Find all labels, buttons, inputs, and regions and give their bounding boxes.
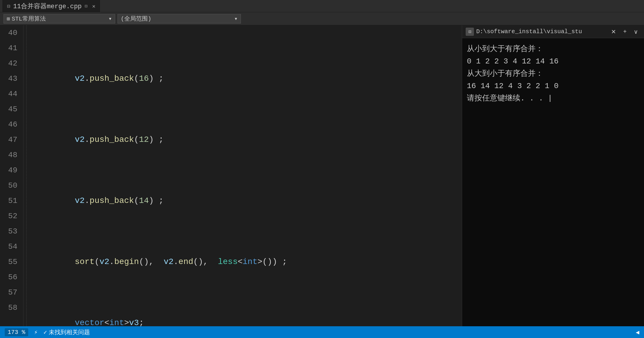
main-area: 40 41 42 43 44 45 46 47 48 49 50 51 52 5… [0,25,644,326]
tab-pin-icon: ⊟ [85,3,88,9]
algorithm-label: STL常用算法 [12,15,46,23]
zoom-value: 173 % [8,329,25,336]
file-icon: ⊟ [7,3,10,9]
algorithm-icon: ⊞ [7,16,10,22]
code-content[interactable]: v2.push_back(16) ; v2.push_back(12) ; v2… [29,25,462,326]
scope-dropdown[interactable]: (全局范围) ▾ [118,14,241,23]
toolbar: ⊞ STL常用算法 ▾ (全局范围) ▾ [0,12,644,25]
terminal-line-2: 0 1 2 2 3 4 12 14 16 [467,55,639,68]
terminal-title-bar: ⊡ D:\software_install\visual_stu ✕ + ∨ [462,25,644,38]
terminal-line-3: 从大到小于有序合并： [467,68,639,80]
live-share-item: ⚡ [34,329,38,336]
code-line-40: v2.push_back(16) ; [35,71,456,86]
terminal-title: D:\software_install\visual_stu [476,28,606,35]
terminal-panel: ⊡ D:\software_install\visual_stu ✕ + ∨ 从… [462,25,644,326]
terminal-line-5: 请按任意键继续. . . | [467,92,639,105]
status-bar: 173 % ⚡ ✓ 未找到相关问题 ◀ [0,326,644,338]
terminal-output: 从小到大于有序合并： 0 1 2 2 3 4 12 14 16 从大到小于有序合… [462,38,644,326]
terminal-collapse-button[interactable]: ∨ [631,28,640,36]
live-share-icon: ⚡ [34,329,38,336]
code-line-42: v2.push_back(14) ; [35,193,456,208]
code-line-41: v2.push_back(12) ; [35,132,456,147]
terminal-new-button[interactable]: + [621,28,629,36]
zoom-level[interactable]: 173 % [5,328,28,336]
terminal-icon: ⊡ [466,28,474,36]
file-tab[interactable]: ⊟ 11合并容器merge.cpp ⊟ ✕ [2,0,100,12]
status-check-icon: ✓ [43,329,47,336]
scroll-arrow-icon: ◀ [636,329,639,336]
code-line-43: sort(v2.begin(), v2.end(), less<int>()) … [35,254,456,270]
gutter [24,25,29,326]
terminal-close-button[interactable]: ✕ [609,28,618,36]
scope-label: (全局范围) [121,15,151,23]
status-message: ✓ 未找到相关问题 [43,328,90,336]
code-line-44: vector<int>v3; [35,315,456,326]
scope-chevron: ▾ [234,15,238,22]
terminal-line-1: 从小到大于有序合并： [467,43,639,55]
code-editor[interactable]: 40 41 42 43 44 45 46 47 48 49 50 51 52 5… [0,25,462,326]
title-bar: ⊟ 11合并容器merge.cpp ⊟ ✕ [0,0,644,12]
tab-filename: 11合并容器merge.cpp [13,2,82,11]
line-numbers: 40 41 42 43 44 45 46 47 48 49 50 51 52 5… [0,25,24,326]
terminal-line-4: 16 14 12 4 3 2 2 1 0 [467,80,639,92]
algorithm-dropdown[interactable]: ⊞ STL常用算法 ▾ [4,14,115,23]
tab-close-button[interactable]: ✕ [92,3,95,9]
status-text: 未找到相关问题 [49,328,90,336]
algorithm-chevron: ▾ [108,15,112,22]
scroll-left-button[interactable]: ◀ [636,329,639,336]
